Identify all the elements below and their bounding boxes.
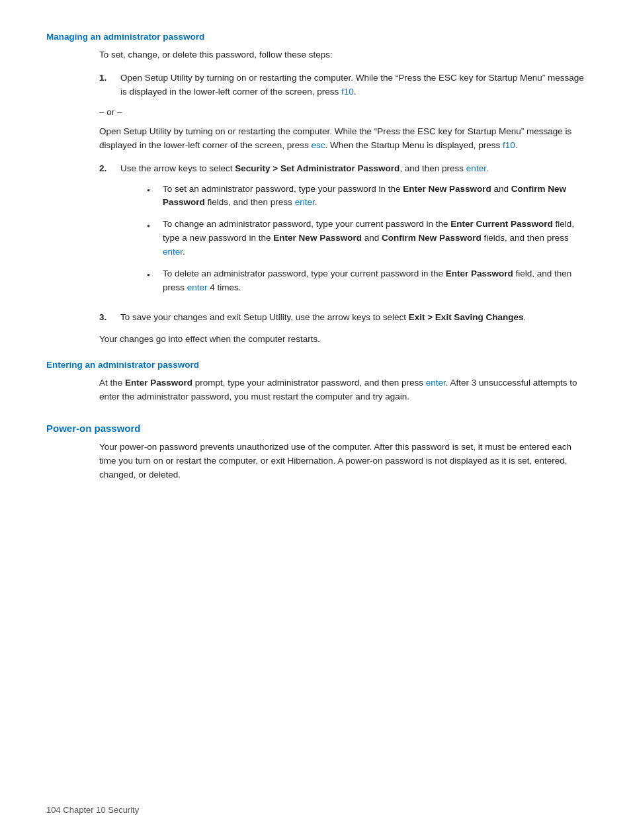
step-3-content: To save your changes and exit Setup Util… bbox=[120, 311, 585, 325]
bullet-2-post-pre: fields, and then press bbox=[482, 233, 569, 243]
or-separator: – or – bbox=[99, 107, 585, 117]
bullet-3-item: To delete an administrator password, typ… bbox=[147, 267, 585, 295]
step-2-content: Use the arrow keys to select Security > … bbox=[120, 162, 585, 303]
bullet-1-dot bbox=[147, 184, 157, 198]
step-1-f10-link: f10 bbox=[341, 87, 354, 97]
bullet-3-link: enter bbox=[187, 282, 208, 292]
bullet-2-bold2: Enter New Password bbox=[273, 233, 362, 243]
bullet-1-content: To set an administrator password, type y… bbox=[163, 183, 585, 210]
bullet-3-bold: Enter Password bbox=[446, 269, 513, 278]
entering-text-pre: At the bbox=[99, 378, 125, 388]
bullet-3-content: To delete an administrator password, typ… bbox=[163, 267, 585, 295]
bullet-2-content: To change an administrator password, typ… bbox=[163, 218, 585, 259]
bullet-1-pre: To set an administrator password, type y… bbox=[163, 184, 403, 194]
bullet-2-mid2: and bbox=[362, 233, 382, 243]
bullet-2-dot bbox=[147, 219, 157, 233]
step-1b-text-mid: . When the Startup Menu is displayed, pr… bbox=[325, 140, 503, 150]
step-2-text-pre: Use the arrow keys to select bbox=[120, 163, 235, 173]
bullet-2-link: enter bbox=[163, 247, 183, 257]
poweron-text: Your power-on password prevents unauthor… bbox=[99, 441, 585, 482]
entering-text: At the Enter Password prompt, type your … bbox=[99, 376, 585, 404]
step-1-content: Open Setup Utility by turning on or rest… bbox=[120, 71, 585, 99]
entering-text-mid: prompt, type your administrator password… bbox=[192, 378, 426, 388]
bullet-2-bold3: Confirm New Password bbox=[382, 233, 482, 243]
bullet-1-item: To set an administrator password, type y… bbox=[147, 183, 585, 210]
step-1b-block: Open Setup Utility by turning on or rest… bbox=[99, 125, 585, 153]
step-3-text-bold: Exit > Exit Saving Changes bbox=[409, 312, 524, 322]
step-2-text-bold: Security > Set Administrator Password bbox=[235, 163, 400, 173]
step-3-text-pre: To save your changes and exit Setup Util… bbox=[120, 312, 409, 322]
step-1-number: 1. bbox=[99, 71, 115, 99]
step-1b-esc-link: esc bbox=[311, 140, 325, 150]
entering-enter-link: enter bbox=[426, 378, 446, 388]
poweron-heading: Power-on password bbox=[46, 423, 585, 434]
step-1b-f10-link: f10 bbox=[503, 140, 515, 150]
bullet-3-dot bbox=[147, 269, 157, 282]
entering-heading: Entering an administrator password bbox=[46, 360, 585, 370]
bullet-1-post: . bbox=[315, 197, 317, 207]
bullet-3-pre: To delete an administrator password, typ… bbox=[163, 269, 446, 278]
bullet-2-bold1: Enter Current Password bbox=[450, 219, 553, 229]
step-2-enter-link: enter bbox=[466, 163, 486, 173]
bullet-2-pre: To change an administrator password, typ… bbox=[163, 219, 450, 229]
step-2-number: 2. bbox=[99, 162, 115, 303]
step-1b-text-post: . bbox=[515, 140, 518, 150]
step-3-text-post: . bbox=[523, 312, 526, 322]
bullet-1-link: enter bbox=[295, 197, 315, 207]
step-1-text-post: . bbox=[354, 87, 357, 97]
bullet-1-mid: and bbox=[491, 184, 511, 194]
bullet-3-post: 4 times. bbox=[208, 282, 241, 292]
step-2-text-mid: , and then press bbox=[400, 163, 466, 173]
step-2-text-post: . bbox=[486, 163, 489, 173]
managing-heading: Managing an administrator password bbox=[46, 32, 585, 42]
bullet-2-post: . bbox=[183, 247, 185, 257]
changes-note: Your changes go into effect when the com… bbox=[99, 333, 585, 347]
step-3-number: 3. bbox=[99, 311, 115, 325]
sub-bullet-list: To set an administrator password, type y… bbox=[147, 183, 585, 295]
entering-text-bold: Enter Password bbox=[125, 378, 192, 388]
bullet-1-bold1: Enter New Password bbox=[403, 184, 491, 194]
bullet-1-post-pre: fields, and then press bbox=[205, 197, 295, 207]
step-2-item: 2. Use the arrow keys to select Security… bbox=[99, 162, 585, 303]
step-1-item: 1. Open Setup Utility by turning on or r… bbox=[99, 71, 585, 99]
bullet-2-item: To change an administrator password, typ… bbox=[147, 218, 585, 259]
page-footer: 104 Chapter 10 Security bbox=[46, 805, 139, 815]
managing-intro: To set, change, or delete this password,… bbox=[99, 48, 585, 62]
step-3-item: 3. To save your changes and exit Setup U… bbox=[99, 311, 585, 325]
